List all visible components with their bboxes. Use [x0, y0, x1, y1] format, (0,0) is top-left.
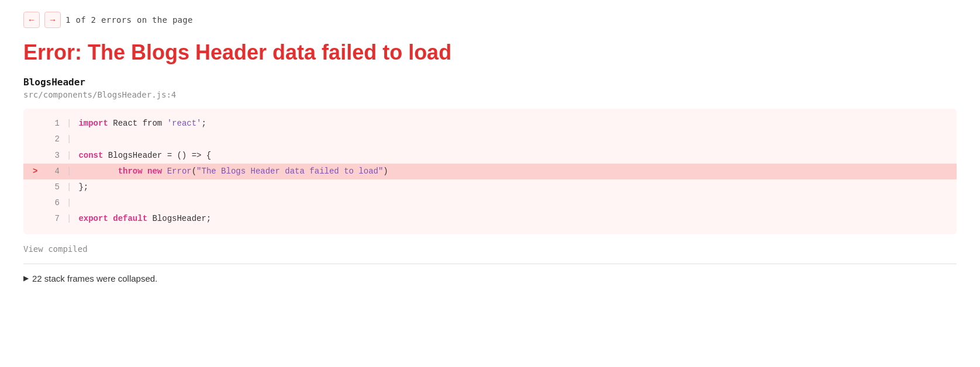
code-line-2: 2 |: [23, 131, 957, 147]
line-content-6: [78, 196, 83, 210]
line-sep-7: |: [67, 212, 71, 226]
line-sep-1: |: [67, 116, 71, 131]
line-number-4: 4: [46, 164, 60, 179]
line-sep-2: |: [67, 132, 71, 147]
line-content-7: export default BlogsHeader;: [78, 212, 211, 226]
code-line-4: > 4 | throw new Error("The Blogs Header …: [23, 164, 957, 179]
code-line-3: 3 | const BlogsHeader = () => {: [23, 148, 957, 164]
line-content-4: throw new Error("The Blogs Header data f…: [78, 164, 388, 179]
error-count-info: 1 of 2 errors on the page: [65, 15, 193, 25]
line-number-1: 1: [46, 116, 60, 131]
error-navigation: ← → 1 of 2 errors on the page: [23, 12, 957, 28]
line-content-1: import React from 'react';: [78, 116, 206, 131]
line-content-2: [78, 132, 83, 147]
next-error-button[interactable]: →: [44, 12, 61, 28]
stack-triangle-icon: ▶: [23, 274, 29, 282]
line-indicator-3: [33, 148, 43, 163]
stack-frames-collapsed[interactable]: ▶ 22 stack frames were collapsed.: [23, 273, 957, 283]
code-line-5: 5 | };: [23, 179, 957, 195]
line-sep-5: |: [67, 180, 71, 195]
line-number-3: 3: [46, 148, 60, 163]
code-line-1: 1 | import React from 'react';: [23, 116, 957, 131]
line-indicator-1: [33, 116, 43, 131]
line-sep-6: |: [67, 196, 71, 210]
line-indicator-4: >: [33, 164, 43, 179]
code-line-6: 6 |: [23, 195, 957, 211]
line-content-5: };: [78, 180, 88, 195]
line-sep-4: |: [67, 164, 71, 179]
prev-error-button[interactable]: ←: [23, 12, 40, 28]
line-indicator-5: [33, 180, 43, 195]
stack-frames-label: 22 stack frames were collapsed.: [32, 273, 157, 283]
error-title: Error: The Blogs Header data failed to l…: [23, 40, 957, 65]
line-sep-3: |: [67, 148, 71, 163]
view-compiled-link[interactable]: View compiled: [23, 244, 88, 254]
divider: [23, 264, 957, 264]
component-name: BlogsHeader: [23, 77, 957, 88]
line-number-6: 6: [46, 196, 60, 210]
line-content-3: const BlogsHeader = () => {: [78, 148, 211, 163]
line-number-5: 5: [46, 180, 60, 195]
code-line-7: 7 | export default BlogsHeader;: [23, 211, 957, 227]
code-block: 1 | import React from 'react'; 2 | 3 | c…: [23, 109, 957, 234]
line-indicator-2: [33, 132, 43, 147]
line-number-7: 7: [46, 212, 60, 226]
line-indicator-6: [33, 196, 43, 210]
line-indicator-7: [33, 212, 43, 226]
file-path: src/components/BlogsHeader.js:4: [23, 90, 957, 99]
line-number-2: 2: [46, 132, 60, 147]
